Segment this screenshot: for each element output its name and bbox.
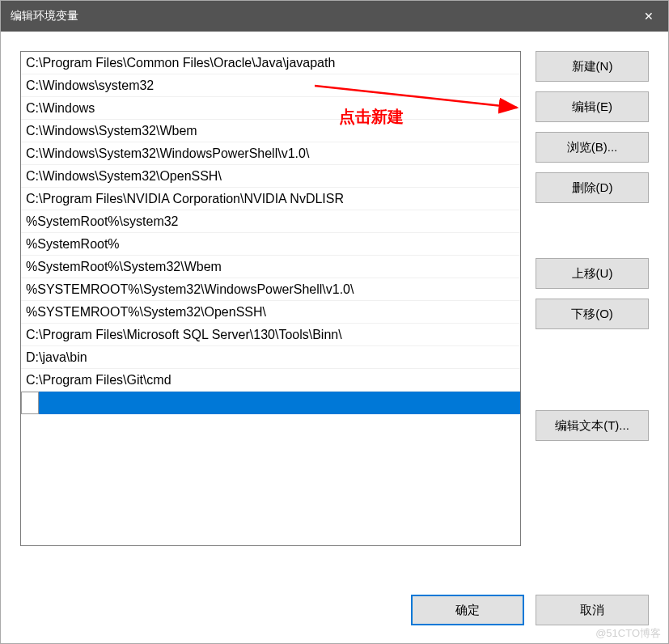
moveup-button[interactable]: 上移(U): [536, 258, 649, 289]
new-path-input[interactable]: [39, 392, 520, 414]
dialog-title: 编辑环境变量: [11, 9, 78, 23]
list-item[interactable]: C:\Windows\System32\Wbem: [21, 120, 520, 142]
list-item[interactable]: %SystemRoot%\system32: [21, 210, 520, 233]
cancel-button[interactable]: 取消: [536, 595, 649, 625]
edit-indicator: [21, 392, 39, 414]
delete-button[interactable]: 删除(D): [536, 172, 649, 203]
list-item[interactable]: C:\Windows\System32\OpenSSH\: [21, 165, 520, 188]
ok-button[interactable]: 确定: [411, 595, 524, 625]
list-item[interactable]: C:\Program Files\Microsoft SQL Server\13…: [21, 324, 520, 346]
spacer: [536, 339, 649, 400]
movedown-button[interactable]: 下移(O): [536, 299, 649, 329]
browse-button[interactable]: 浏览(B)...: [536, 132, 649, 163]
list-item-editing[interactable]: [21, 392, 520, 414]
path-listbox[interactable]: C:\Program Files\Common Files\Oracle\Jav…: [20, 51, 521, 546]
dialog-content: 点击新建 C:\Program Files\Common Files\Oracl…: [1, 32, 668, 582]
edittext-button[interactable]: 编辑文本(T)...: [536, 410, 649, 441]
new-button[interactable]: 新建(N): [536, 51, 649, 82]
list-item[interactable]: D:\java\bin: [21, 346, 520, 369]
list-item[interactable]: %SYSTEMROOT%\System32\OpenSSH\: [21, 301, 520, 324]
edit-env-var-dialog: 编辑环境变量 ✕ 点击新建 C:\Program Files\Common Fi…: [0, 0, 669, 644]
button-sidebar: 新建(N) 编辑(E) 浏览(B)... 删除(D) 上移(U) 下移(O) 编…: [536, 51, 649, 562]
list-item[interactable]: C:\Program Files\NVIDIA Corporation\NVID…: [21, 188, 520, 210]
close-icon: ✕: [644, 10, 654, 23]
edit-button[interactable]: 编辑(E): [536, 91, 649, 122]
spacer: [536, 213, 649, 248]
list-item[interactable]: %SystemRoot%: [21, 233, 520, 256]
list-item[interactable]: C:\Windows: [21, 97, 520, 120]
list-item[interactable]: C:\Program Files\Git\cmd: [21, 369, 520, 392]
list-item[interactable]: C:\Windows\system32: [21, 74, 520, 97]
close-button[interactable]: ✕: [629, 1, 668, 32]
dialog-footer: 确定 取消: [1, 582, 668, 643]
list-item[interactable]: C:\Program Files\Common Files\Oracle\Jav…: [21, 52, 520, 74]
list-item[interactable]: %SYSTEMROOT%\System32\WindowsPowerShell\…: [21, 278, 520, 301]
list-item[interactable]: %SystemRoot%\System32\Wbem: [21, 256, 520, 278]
list-item[interactable]: C:\Windows\System32\WindowsPowerShell\v1…: [21, 142, 520, 165]
titlebar: 编辑环境变量 ✕: [1, 1, 668, 32]
